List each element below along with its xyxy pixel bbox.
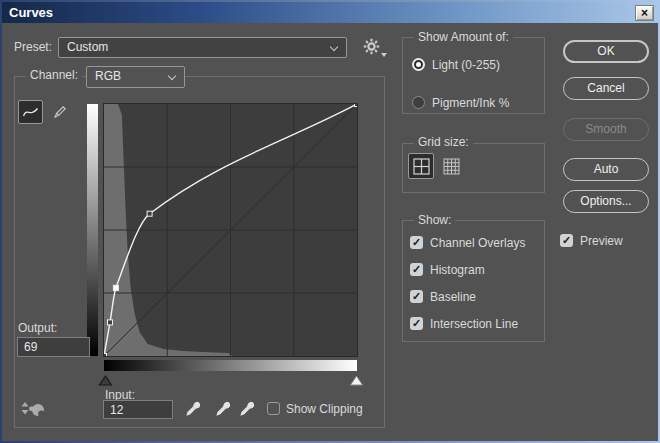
dialog-body: Preset: Custom Channel: RGB — [2, 23, 658, 441]
eyedropper-icon — [184, 400, 201, 419]
curve-point-selected[interactable] — [113, 285, 118, 290]
intersection-line-checkbox[interactable]: ✓ — [410, 317, 423, 330]
pigment-ink-radio[interactable] — [412, 96, 425, 109]
black-point-eyedropper-button[interactable] — [184, 400, 202, 419]
curve-point[interactable] — [147, 211, 152, 216]
channel-label: Channel: — [26, 68, 82, 82]
channel-overlays-label: Channel Overlays — [430, 236, 525, 250]
light-radio-label: Light (0-255) — [432, 58, 500, 72]
grid-fine-icon — [443, 158, 460, 175]
show-clipping-checkbox[interactable] — [267, 402, 280, 415]
histogram-label: Histogram — [430, 263, 485, 277]
menu-arrow-icon — [381, 53, 387, 57]
channel-overlays-checkbox[interactable]: ✓ — [410, 236, 423, 249]
gray-point-eyedropper-button[interactable] — [214, 400, 232, 419]
preset-label: Preset: — [14, 40, 52, 54]
white-point-eyedropper-button[interactable] — [238, 400, 256, 419]
cancel-button[interactable]: Cancel — [563, 77, 649, 100]
curve-tool-button[interactable] — [18, 100, 43, 124]
show-title: Show: — [414, 213, 455, 227]
check-icon: ✓ — [412, 317, 421, 329]
title-bar[interactable]: Curves × — [2, 2, 658, 23]
curve-plot[interactable] — [104, 104, 357, 356]
output-label: Output: — [18, 321, 57, 335]
pigment-ink-radio-label: Pigment/Ink % — [432, 96, 509, 110]
baseline-label: Baseline — [430, 290, 476, 304]
options-button[interactable]: Options... — [563, 190, 649, 213]
chevron-down-icon — [168, 72, 176, 80]
close-button[interactable]: × — [635, 5, 654, 21]
pencil-tool-button[interactable] — [47, 100, 72, 124]
output-value-field[interactable]: 69 — [17, 337, 90, 357]
histogram-checkbox[interactable]: ✓ — [410, 263, 423, 276]
grid-size-title: Grid size: — [414, 135, 473, 149]
preset-select[interactable]: Custom — [58, 37, 347, 58]
chevron-down-icon — [330, 43, 338, 51]
grid-fine-button[interactable] — [438, 153, 464, 179]
close-icon: × — [641, 6, 648, 20]
check-icon: ✓ — [412, 263, 421, 275]
targeted-adjustment-button[interactable] — [20, 401, 46, 421]
input-gradient-bar — [104, 360, 357, 371]
curve-point[interactable] — [355, 104, 358, 107]
show-amount-title: Show Amount of: — [414, 30, 513, 44]
targeted-adjustment-icon — [20, 401, 46, 421]
intersection-line-label: Intersection Line — [430, 317, 518, 331]
output-gradient-bar — [87, 104, 98, 356]
dialog-title: Curves — [6, 5, 53, 20]
channel-value: RGB — [95, 69, 121, 83]
eyedropper-icon — [214, 400, 231, 419]
light-radio[interactable] — [412, 58, 425, 71]
preset-menu-button[interactable] — [363, 38, 387, 58]
check-icon: ✓ — [562, 234, 571, 246]
eyedropper-icon — [238, 400, 255, 419]
baseline-checkbox[interactable]: ✓ — [410, 290, 423, 303]
pencil-icon — [52, 104, 68, 120]
grid-large-button[interactable] — [408, 153, 434, 179]
channel-select[interactable]: RGB — [86, 66, 185, 88]
input-value-field[interactable]: 12 — [103, 400, 173, 419]
preview-checkbox[interactable]: ✓ — [560, 234, 573, 247]
smooth-button: Smooth — [563, 118, 649, 141]
shadow-input-slider[interactable] — [98, 372, 113, 383]
curve-tool-icon — [22, 105, 39, 119]
curves-dialog: Curves × Preset: Custom Channel: — [0, 0, 660, 443]
show-clipping-label: Show Clipping — [286, 402, 363, 416]
gear-icon — [363, 38, 380, 55]
highlight-input-slider[interactable] — [349, 372, 364, 383]
curve-point[interactable] — [108, 320, 113, 325]
curve-point[interactable] — [104, 354, 107, 357]
preview-label: Preview — [580, 234, 623, 248]
ok-button[interactable]: OK — [563, 40, 649, 63]
preset-value: Custom — [67, 40, 108, 54]
auto-button[interactable]: Auto — [563, 158, 649, 181]
grid-large-icon — [413, 158, 430, 175]
check-icon: ✓ — [412, 290, 421, 302]
check-icon: ✓ — [412, 236, 421, 248]
